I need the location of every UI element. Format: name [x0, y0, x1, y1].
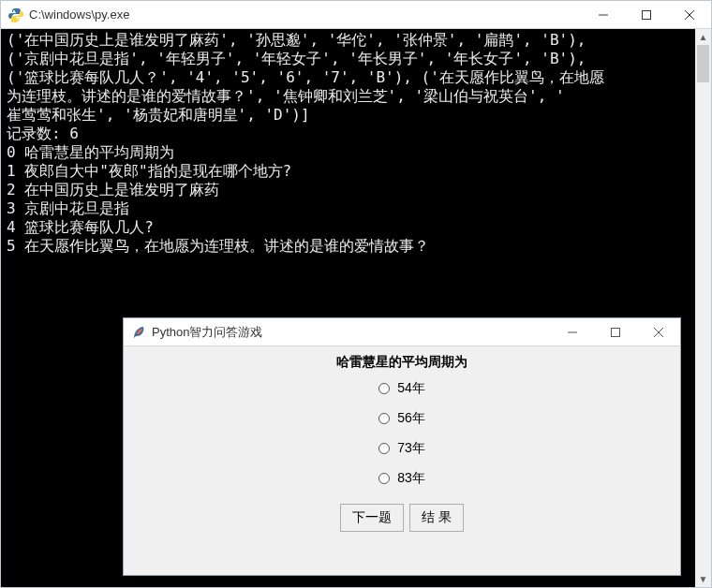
option-d[interactable]: 83年 [378, 470, 425, 487]
vertical-scrollbar[interactable]: ▲ ▼ [695, 29, 711, 587]
dialog-titlebar[interactable]: Python智力问答游戏 [124, 318, 680, 346]
minimize-button[interactable] [582, 1, 625, 28]
option-label: 54年 [397, 380, 425, 397]
options-group: 54年 56年 73年 83年 [378, 380, 425, 487]
radio-icon [378, 443, 390, 454]
python-icon [8, 7, 23, 22]
dialog-maximize-button[interactable] [594, 318, 637, 345]
dialog-client: 哈雷慧星的平均周期为 54年 56年 73年 83年 [124, 346, 680, 575]
tk-feather-icon [131, 325, 146, 340]
option-label: 73年 [397, 440, 425, 457]
dialog-minimize-button[interactable] [551, 318, 594, 345]
maximize-button[interactable] [625, 1, 668, 28]
radio-icon [378, 413, 390, 424]
console-output: ('在中国历史上是谁发明了麻药', '孙思邈', '华佗', '张仲景', '扁… [1, 29, 692, 257]
quiz-dialog: Python智力问答游戏 哈雷慧星的平均周期为 54年 [123, 317, 681, 576]
option-a[interactable]: 54年 [378, 380, 425, 397]
dialog-window-controls [551, 318, 680, 345]
console-window: C:\windows\py.exe ('在中国历史上是谁发明了麻药', '孙思邈… [0, 0, 712, 588]
question-label: 哈雷慧星的平均周期为 [336, 354, 467, 371]
scroll-up-arrow[interactable]: ▲ [695, 29, 711, 45]
option-label: 83年 [397, 470, 425, 487]
scroll-thumb[interactable] [697, 45, 709, 82]
next-button[interactable]: 下一题 [340, 504, 404, 532]
button-row: 下一题 结 果 [340, 504, 464, 532]
svg-rect-5 [612, 328, 620, 336]
result-button[interactable]: 结 果 [409, 504, 464, 532]
option-b[interactable]: 56年 [378, 410, 425, 427]
window-controls [582, 1, 711, 28]
dialog-title: Python智力问答游戏 [152, 324, 551, 341]
radio-icon [378, 383, 390, 394]
option-c[interactable]: 73年 [378, 440, 425, 457]
console-title: C:\windows\py.exe [29, 7, 582, 22]
scroll-down-arrow[interactable]: ▼ [695, 571, 711, 587]
dialog-close-button[interactable] [637, 318, 680, 345]
svg-rect-1 [643, 10, 651, 19]
option-label: 56年 [397, 410, 425, 427]
radio-icon [378, 473, 390, 484]
close-button[interactable] [668, 1, 711, 28]
console-titlebar[interactable]: C:\windows\py.exe [1, 1, 711, 29]
